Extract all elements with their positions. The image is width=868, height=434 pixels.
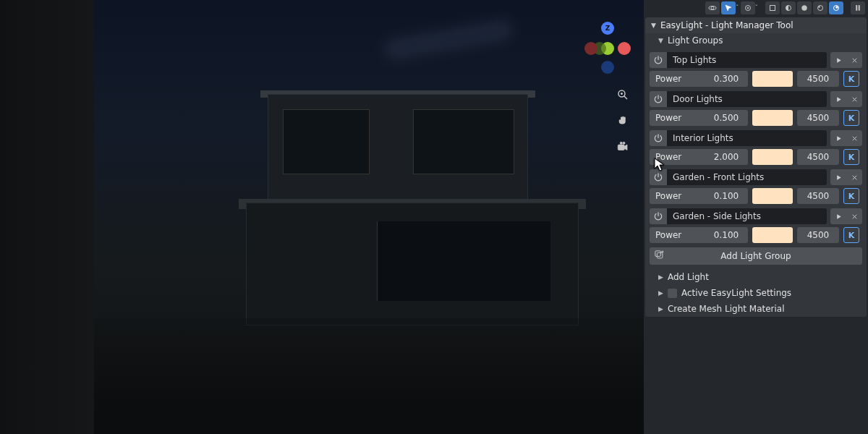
nav-gizmo[interactable]: Z bbox=[586, 22, 629, 65]
axis-x[interactable] bbox=[618, 42, 631, 55]
power-value[interactable]: 0.300 bbox=[705, 71, 748, 87]
power-toggle-button[interactable] bbox=[650, 169, 667, 185]
power-label: Power bbox=[650, 188, 705, 204]
add-light-label: Add Light bbox=[668, 272, 709, 282]
active-settings-label: Active EasyLight Settings bbox=[681, 288, 791, 298]
group-name-field[interactable]: Garden - Side Lights bbox=[667, 208, 827, 224]
cursor-mode-icon[interactable] bbox=[721, 1, 736, 14]
add-light-section[interactable]: ▶ Add Light bbox=[645, 269, 867, 285]
svg-point-9 bbox=[747, 7, 749, 9]
color-swatch[interactable] bbox=[752, 110, 793, 126]
dropdown-caret-icon[interactable]: ˇ bbox=[755, 4, 759, 12]
camera-icon[interactable] bbox=[615, 139, 631, 155]
color-swatch[interactable] bbox=[752, 188, 793, 204]
temperature-value[interactable]: 4500 bbox=[797, 227, 839, 243]
kelvin-toggle[interactable]: K bbox=[843, 227, 859, 243]
delete-button[interactable] bbox=[846, 208, 862, 224]
power-label: Power bbox=[650, 71, 705, 87]
temperature-value[interactable]: 4500 bbox=[797, 149, 839, 165]
axis-z[interactable]: Z bbox=[601, 22, 614, 35]
shading-solid-icon[interactable] bbox=[781, 1, 796, 14]
group-name-field[interactable]: Door Lights bbox=[667, 91, 827, 107]
color-swatch[interactable] bbox=[752, 71, 793, 87]
light-group: Top LightsPower0.3004500K bbox=[650, 52, 862, 87]
power-toggle-button[interactable] bbox=[650, 208, 667, 224]
svg-point-13 bbox=[818, 6, 823, 11]
pause-icon[interactable] bbox=[851, 1, 865, 14]
svg-rect-10 bbox=[770, 6, 775, 11]
play-button[interactable] bbox=[830, 208, 846, 224]
dropdown-caret-icon[interactable]: ˇ bbox=[736, 4, 739, 12]
collapse-triangle-icon: ▼ bbox=[651, 22, 656, 29]
temperature-value[interactable]: 4500 bbox=[797, 71, 839, 87]
viewport[interactable]: Z bbox=[94, 0, 644, 434]
light-group: Garden - Front LightsPower0.1004500K bbox=[650, 169, 862, 204]
add-light-group-button[interactable]: Add Light Group bbox=[650, 247, 862, 265]
color-swatch[interactable] bbox=[752, 149, 793, 165]
light-group: Interior LightsPower2.0004500K bbox=[650, 130, 862, 165]
kelvin-toggle[interactable]: K bbox=[843, 149, 859, 165]
house-model bbox=[224, 65, 535, 297]
power-value[interactable]: 2.000 bbox=[705, 149, 748, 165]
svg-point-16 bbox=[836, 7, 838, 9]
temperature-value[interactable]: 4500 bbox=[797, 188, 839, 204]
svg-rect-29 bbox=[655, 251, 661, 257]
sky-clouds bbox=[383, 18, 514, 62]
delete-button[interactable] bbox=[846, 91, 862, 107]
power-value[interactable]: 0.500 bbox=[705, 110, 748, 126]
temperature-value[interactable]: 4500 bbox=[797, 110, 839, 126]
light-group: Garden - Side LightsPower0.1004500K bbox=[650, 208, 862, 243]
svg-rect-18 bbox=[859, 6, 860, 11]
shading-material-icon[interactable] bbox=[797, 1, 812, 14]
play-button[interactable] bbox=[830, 52, 846, 68]
panel-title-row[interactable]: ▼ EasyLight - Light Manager Tool bbox=[645, 17, 867, 33]
shading-lookdev-icon[interactable] bbox=[813, 1, 827, 14]
checkbox-icon[interactable] bbox=[668, 289, 677, 298]
delete-button[interactable] bbox=[846, 52, 862, 68]
create-mesh-light-section[interactable]: ▶ Create Mesh Light Material bbox=[645, 301, 867, 317]
expand-triangle-icon: ▶ bbox=[658, 273, 663, 281]
power-value[interactable]: 0.100 bbox=[705, 188, 748, 204]
power-toggle-button[interactable] bbox=[650, 52, 667, 68]
power-toggle-button[interactable] bbox=[650, 91, 667, 107]
viewport-header-bar: ˇ ˇ bbox=[644, 0, 868, 16]
pan-icon[interactable] bbox=[615, 113, 631, 129]
selectability-icon[interactable] bbox=[705, 1, 720, 14]
svg-point-6 bbox=[623, 142, 625, 144]
left-toolbar-strip bbox=[0, 0, 94, 434]
power-value[interactable]: 0.100 bbox=[705, 227, 748, 243]
svg-rect-30 bbox=[657, 252, 663, 258]
kelvin-toggle[interactable]: K bbox=[843, 188, 859, 204]
properties-panel: ˇ ˇ ▼ EasyLight - Light Manager Tool ▼ L… bbox=[644, 0, 868, 434]
play-button[interactable] bbox=[830, 130, 846, 146]
delete-button[interactable] bbox=[846, 130, 862, 146]
overlay-toggle-icon[interactable] bbox=[741, 1, 755, 14]
shading-rendered-icon[interactable] bbox=[829, 1, 843, 14]
power-label: Power bbox=[650, 110, 705, 126]
light-groups-header[interactable]: ▼ Light Groups bbox=[645, 33, 867, 48]
active-easylight-section[interactable]: ▶ Active EasyLight Settings bbox=[645, 285, 867, 301]
axis-z-neg[interactable] bbox=[601, 61, 614, 74]
delete-button[interactable] bbox=[846, 169, 862, 185]
power-toggle-button[interactable] bbox=[650, 130, 667, 146]
color-swatch[interactable] bbox=[752, 227, 793, 243]
svg-point-7 bbox=[711, 7, 714, 9]
svg-rect-17 bbox=[856, 6, 858, 11]
axis-x-neg[interactable] bbox=[584, 42, 597, 55]
play-button[interactable] bbox=[830, 169, 846, 185]
shading-wire-icon[interactable] bbox=[765, 1, 780, 14]
zoom-icon[interactable] bbox=[615, 87, 631, 103]
create-mesh-label: Create Mesh Light Material bbox=[668, 304, 785, 314]
group-name-field[interactable]: Garden - Front Lights bbox=[667, 169, 827, 185]
power-label: Power bbox=[650, 149, 705, 165]
play-button[interactable] bbox=[830, 91, 846, 107]
svg-point-5 bbox=[620, 142, 622, 144]
group-name-field[interactable]: Top Lights bbox=[667, 52, 827, 68]
kelvin-toggle[interactable]: K bbox=[843, 110, 859, 126]
svg-rect-4 bbox=[618, 145, 624, 150]
panel-title: EasyLight - Light Manager Tool bbox=[660, 20, 793, 30]
group-name-field[interactable]: Interior Lights bbox=[667, 130, 827, 146]
light-groups-body: Top LightsPower0.3004500KDoor LightsPowe… bbox=[645, 48, 867, 269]
light-group: Door LightsPower0.5004500K bbox=[650, 91, 862, 126]
kelvin-toggle[interactable]: K bbox=[843, 71, 859, 87]
